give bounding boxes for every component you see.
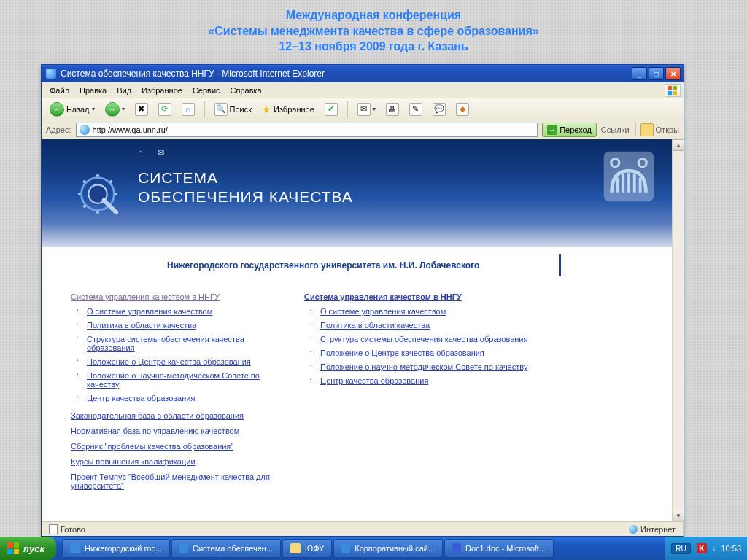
close-button[interactable]: ✕: [665, 67, 681, 80]
task-button-1[interactable]: Нижегородский гос...: [62, 539, 170, 558]
start-button[interactable]: пуск: [0, 537, 56, 560]
left-link-0[interactable]: О системе управления качеством: [87, 307, 212, 316]
left-link-5[interactable]: Центр качества образования: [87, 394, 195, 402]
task-label: Doc1.doc - Microsoft...: [465, 544, 546, 553]
go-button[interactable]: → Переход: [542, 122, 597, 137]
windows-flag-icon[interactable]: [665, 84, 681, 97]
scroll-up-icon[interactable]: ▲: [673, 139, 684, 151]
more-link-3[interactable]: Курсы повышения квалификации: [71, 457, 275, 466]
print-icon: 🖶: [386, 103, 399, 116]
slide-title: Международная конференция «Системы менед…: [0, 0, 747, 59]
svg-rect-0: [668, 85, 672, 89]
home-icon[interactable]: ⌂: [138, 148, 143, 158]
more-link-2[interactable]: Сборник "проблемы качества образования": [71, 442, 275, 451]
left-link-4[interactable]: Положение о научно-методическом Совете п…: [87, 371, 260, 389]
banner-line2: ОБЕСПЕЧЕНИЯ КАЧЕСТВА: [138, 187, 353, 206]
links-label[interactable]: Ссылки: [601, 125, 630, 134]
back-button[interactable]: ← Назад ▾: [46, 101, 98, 118]
right-link-3[interactable]: Положение о Центре качества образования: [320, 349, 484, 357]
ie-icon: [179, 543, 188, 553]
task-label: Корпоративный сай...: [355, 544, 435, 553]
task-button-5[interactable]: Doc1.doc - Microsoft...: [444, 539, 554, 558]
search-icon: 🔍: [214, 103, 228, 116]
go-icon: →: [547, 125, 557, 135]
menu-help[interactable]: Справка: [225, 85, 267, 96]
star-icon: ★: [262, 104, 271, 114]
discuss-button[interactable]: 💬: [429, 101, 449, 117]
system-tray: RU K ‹ 10:53: [665, 537, 747, 560]
stop-button[interactable]: ✖: [131, 101, 152, 117]
left-heading[interactable]: Система управления качеством в ННГУ: [71, 292, 275, 301]
right-link-1[interactable]: Политика в области качества: [320, 321, 430, 330]
slide-line1: Международная конференция: [0, 7, 747, 23]
forward-button[interactable]: → ▾: [101, 101, 128, 118]
svg-point-7: [109, 180, 112, 183]
status-ready-label: Готово: [61, 525, 85, 534]
menu-edit[interactable]: Правка: [74, 85, 112, 96]
right-heading[interactable]: Система управления качеством в ННГУ: [304, 292, 589, 301]
menu-favorites[interactable]: Избранное: [136, 85, 187, 96]
right-link-5[interactable]: Центр качества образования: [320, 376, 428, 385]
search-label: Поиск: [230, 105, 252, 114]
maximize-button[interactable]: □: [649, 67, 664, 80]
left-link-list: О системе управления качеством Политика …: [71, 307, 275, 402]
go-label: Переход: [560, 125, 592, 134]
print-button[interactable]: 🖶: [382, 101, 403, 117]
scroll-down-icon[interactable]: ▼: [673, 510, 684, 521]
history-button[interactable]: ✔: [321, 101, 341, 117]
site-subtitle: Нижегородского государственного универси…: [152, 254, 561, 276]
left-link-3[interactable]: Положение о Центре качества образования: [87, 357, 251, 366]
right-link-2[interactable]: Структура системы обеспечения качества о…: [320, 335, 527, 343]
lang-indicator[interactable]: RU: [671, 543, 690, 554]
content-area: ⌂ ✉ СИСТЕМА ОБЕСПЕЧЕНИЯ КАЧЕСТВА: [42, 139, 684, 521]
menu-view[interactable]: Вид: [112, 85, 136, 96]
svg-point-12: [78, 192, 81, 195]
kaspersky-icon[interactable]: K: [697, 543, 707, 553]
left-link-2[interactable]: Структура системы обеспечения качества о…: [87, 335, 244, 352]
edit-button[interactable]: ✎: [406, 101, 426, 117]
page-icon: [49, 524, 58, 534]
more-link-4[interactable]: Проект Темпус "Всеобщий менеджмент качес…: [71, 472, 275, 490]
chevron-down-icon: ▾: [122, 106, 125, 112]
vertical-scrollbar[interactable]: ▲ ▼: [672, 139, 684, 521]
open-button[interactable]: Откры: [635, 123, 679, 136]
search-button[interactable]: 🔍 Поиск: [211, 101, 255, 117]
menu-file[interactable]: Файл: [44, 85, 74, 96]
task-button-2[interactable]: Система обеспечен...: [171, 539, 281, 558]
clock[interactable]: 10:53: [721, 544, 741, 553]
right-link-4[interactable]: Положение о научно-методическом Совете п…: [320, 362, 527, 371]
discuss-icon: 💬: [433, 103, 446, 116]
task-label: ЮФУ: [305, 544, 324, 553]
folder-icon: [640, 123, 654, 136]
slide-line2: «Системы менеджмента качества в сфере об…: [0, 23, 747, 39]
mail-button[interactable]: ✉▾: [354, 101, 379, 117]
address-label: Адрес:: [46, 125, 71, 134]
menu-tools[interactable]: Сервис: [187, 85, 225, 96]
more-link-1[interactable]: Нормативная база по управлению качеством: [71, 427, 275, 435]
titlebar[interactable]: Система обеспечения качества ННГУ - Micr…: [42, 65, 684, 82]
extra-button[interactable]: ◆: [452, 101, 473, 117]
minimize-button[interactable]: _: [632, 67, 647, 80]
chevron-down-icon: ▾: [92, 106, 95, 112]
left-more-links: Законодательная база в области образован…: [71, 411, 275, 490]
tray-arrow-icon[interactable]: ‹: [713, 544, 716, 553]
address-input[interactable]: http://www.qa.unn.ru/: [76, 122, 538, 137]
task-button-4[interactable]: Корпоративный сай...: [333, 539, 443, 558]
favorites-button[interactable]: ★ Избранное: [258, 103, 318, 116]
site-header: ⌂ ✉ СИСТЕМА ОБЕСПЕЧЕНИЯ КАЧЕСТВА: [42, 139, 672, 247]
word-icon: [452, 543, 461, 553]
more-link-0[interactable]: Законодательная база в области образован…: [71, 411, 275, 420]
separator: [347, 101, 348, 117]
svg-rect-3: [673, 90, 677, 94]
home-button[interactable]: ⌂: [178, 101, 198, 117]
right-link-0[interactable]: О системе управления качеством: [320, 307, 446, 316]
svg-rect-2: [668, 90, 672, 94]
ie-icon: [46, 69, 56, 79]
left-link-1[interactable]: Политика в области качества: [87, 321, 196, 330]
globe-icon: [629, 525, 638, 534]
stop-icon: ✖: [135, 103, 148, 116]
task-button-3[interactable]: ЮФУ: [282, 539, 332, 558]
statusbar: Готово Интернет: [42, 521, 684, 536]
refresh-button[interactable]: ⟳: [155, 101, 175, 117]
mail-icon[interactable]: ✉: [158, 148, 164, 158]
